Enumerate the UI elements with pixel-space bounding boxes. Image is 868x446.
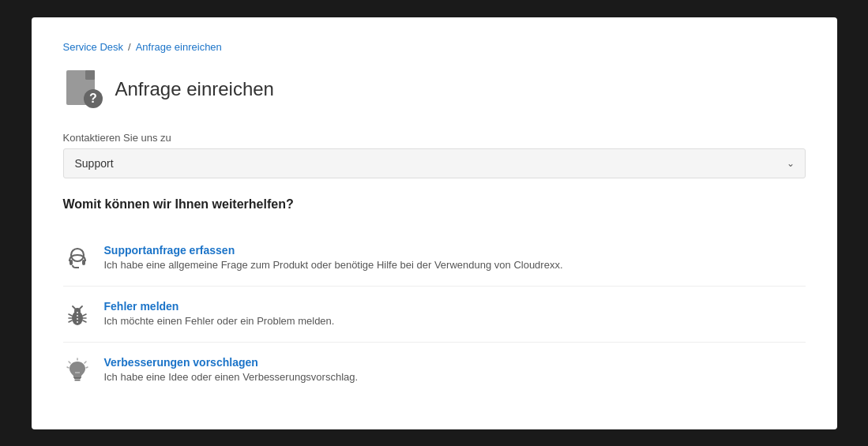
lightbulb-icon bbox=[63, 357, 92, 385]
option-bug-content: Fehler melden Ich möchte einen Fehler od… bbox=[104, 299, 806, 329]
svg-text:?: ? bbox=[89, 92, 97, 105]
options-list: Supportanfrage erfassen Ich habe eine al… bbox=[63, 230, 806, 398]
main-window: Service Desk / Anfrage einreichen ? Anfr… bbox=[32, 17, 837, 429]
svg-line-12 bbox=[69, 314, 72, 316]
page-title: Anfrage einreichen bbox=[115, 78, 274, 100]
option-support-title[interactable]: Supportanfrage erfassen bbox=[104, 244, 235, 257]
option-improvement-desc: Ich habe eine Idee oder einen Verbesseru… bbox=[104, 369, 806, 385]
option-bug[interactable]: Fehler melden Ich möchte einen Fehler od… bbox=[63, 287, 806, 342]
svg-line-25 bbox=[86, 367, 88, 368]
svg-line-22 bbox=[69, 362, 70, 363]
option-support[interactable]: Supportanfrage erfassen Ich habe eine al… bbox=[63, 230, 806, 286]
breadcrumb: Service Desk / Anfrage einreichen bbox=[63, 41, 806, 53]
svg-rect-2 bbox=[85, 70, 95, 80]
option-support-content: Supportanfrage erfassen Ich habe eine al… bbox=[104, 243, 806, 273]
headset-icon bbox=[63, 245, 92, 273]
bug-icon bbox=[63, 301, 92, 329]
svg-line-14 bbox=[69, 320, 72, 322]
page-icon: ? bbox=[63, 69, 104, 110]
option-improvement-title[interactable]: Verbesserungen vorschlagen bbox=[104, 356, 258, 369]
svg-line-17 bbox=[83, 320, 86, 322]
breadcrumb-current: Anfrage einreichen bbox=[136, 41, 222, 53]
option-improvement[interactable]: Verbesserungen vorschlagen Ich habe eine… bbox=[63, 343, 806, 398]
option-bug-desc: Ich möchte einen Fehler oder ein Problem… bbox=[104, 313, 806, 329]
option-support-desc: Ich habe eine allgemeine Frage zum Produ… bbox=[104, 257, 806, 273]
breadcrumb-separator: / bbox=[128, 41, 131, 53]
option-improvement-content: Verbesserungen vorschlagen Ich habe eine… bbox=[104, 355, 806, 385]
breadcrumb-service-desk[interactable]: Service Desk bbox=[63, 41, 124, 53]
section-heading: Womit können wir Ihnen weiterhelfen? bbox=[63, 197, 806, 212]
svg-line-10 bbox=[73, 306, 75, 309]
option-bug-title[interactable]: Fehler melden bbox=[104, 300, 179, 313]
svg-line-23 bbox=[67, 367, 69, 368]
form-section: Kontaktieren Sie uns zu Support Vertrieb… bbox=[63, 132, 806, 178]
contact-label: Kontaktieren Sie uns zu bbox=[63, 132, 806, 144]
page-header: ? Anfrage einreichen bbox=[63, 69, 806, 110]
contact-select[interactable]: Support Vertrieb Allgemein bbox=[63, 148, 806, 178]
select-wrapper: Support Vertrieb Allgemein ⌄ bbox=[63, 148, 806, 178]
svg-line-24 bbox=[85, 362, 86, 363]
svg-line-11 bbox=[80, 306, 82, 309]
svg-line-15 bbox=[83, 314, 86, 316]
